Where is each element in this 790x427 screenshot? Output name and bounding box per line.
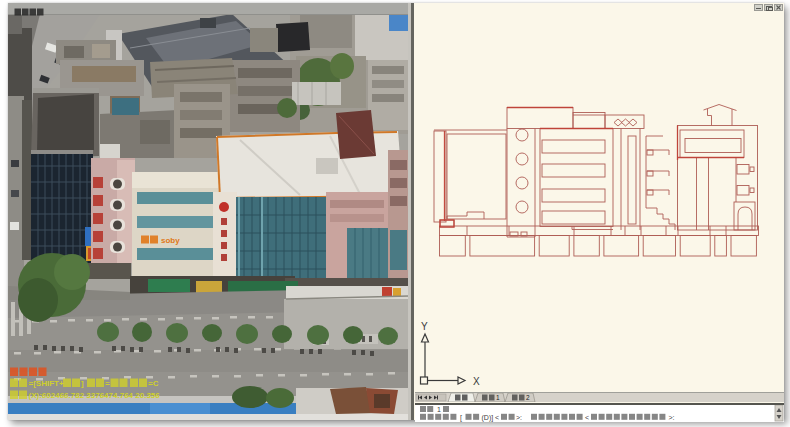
svg-text:soby: soby <box>161 236 180 245</box>
svg-text:1: 1 <box>437 406 441 413</box>
svg-text:>:: >: <box>516 414 522 421</box>
svg-text:<: < <box>585 414 589 421</box>
svg-text:(X):602466.782 3376474.764 2: (X):602466.782 3376474.764 20.356 <box>29 391 161 400</box>
svg-text:Y: Y <box>421 321 428 332</box>
svg-text:2: 2 <box>526 394 530 401</box>
svg-text:[: [ <box>460 414 462 422</box>
svg-text:X: X <box>473 376 480 387</box>
svg-text:]: ] <box>81 379 84 388</box>
svg-text:1: 1 <box>496 394 500 401</box>
svg-text:=: = <box>105 379 110 388</box>
svg-text:=C: =C <box>148 379 159 388</box>
svg-text:(D)] <: (D)] < <box>482 414 500 422</box>
svg-text:>:: >: <box>669 414 675 421</box>
svg-text:=[SHIFT+: =[SHIFT+ <box>29 379 64 388</box>
